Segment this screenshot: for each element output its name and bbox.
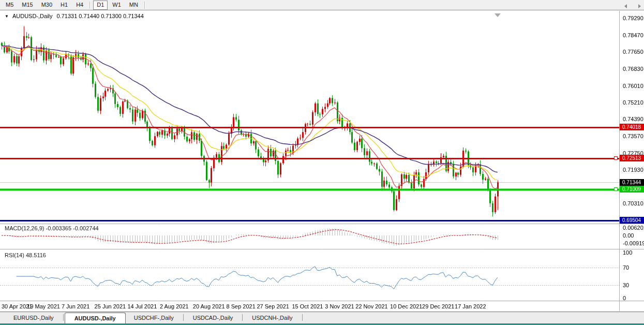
date-axis-label: 14 Jul 2021	[127, 303, 157, 309]
timeframe-button-h1[interactable]: H1	[57, 1, 71, 10]
price-axis-label: 0.71930	[623, 167, 643, 173]
rsi-axis-label: 100	[623, 249, 632, 256]
toolbar-separator	[89, 2, 91, 9]
date-axis-label: 20 Aug 2021	[193, 303, 225, 309]
rsi-indicator-label: RSI(14) 48.5116	[5, 252, 46, 258]
date-axis-label: 7 Jun 2021	[62, 303, 89, 309]
price-axis-label: 0.77650	[623, 49, 643, 55]
price-axis-label: 0.75210	[623, 99, 643, 106]
chart-title: ▼AUDUSD-,Daily0.71331 0.71440 0.71300 0.…	[5, 13, 144, 19]
date-axis-label: 8 Sep 2021	[227, 303, 256, 309]
timeframe-button-m30[interactable]: M30	[38, 1, 56, 10]
timeframe-button-w1[interactable]: W1	[109, 1, 125, 10]
timeframe-button-mn[interactable]: MN	[126, 1, 142, 10]
date-axis-label: 25 Jun 2021	[95, 303, 126, 309]
timeframe-button-m15[interactable]: M15	[18, 1, 36, 10]
tab-separator	[63, 314, 64, 321]
rsi-value: 48.5116	[26, 252, 46, 258]
chart-dropdown-icon[interactable]: ▼	[5, 14, 9, 19]
tab-separator	[302, 314, 303, 321]
rsi-name: RSI(14)	[5, 252, 24, 258]
rsi-axis-label: 30	[623, 282, 629, 288]
timeframe-button-d1[interactable]: D1	[93, 1, 108, 10]
rsi-axis-label: 0	[623, 295, 626, 301]
date-axis-label: 10 Dec 2021	[390, 303, 422, 309]
price-axis-label: 0.73570	[623, 133, 643, 139]
price-badge-0.69504[interactable]: 0.69504	[620, 217, 644, 224]
date-axis-label: 29 Dec 2021	[422, 303, 454, 309]
tab-separator	[183, 314, 184, 321]
timeframe-button-m5[interactable]: M5	[2, 1, 17, 10]
toolbar-separator	[144, 2, 145, 9]
rsi-axis-label: 70	[623, 264, 629, 271]
price-axis-label: 0.78470	[623, 32, 643, 38]
tab-usdchf[interactable]: USDCHF-,Daily	[126, 313, 182, 323]
tab-scroll-right-icon[interactable]	[638, 4, 641, 8]
price-axis-label: 0.70310	[623, 200, 643, 206]
mt4-terminal: { "toolbar": { "timeframes": [ {"label":…	[0, 0, 644, 325]
line-drag-handle[interactable]	[614, 187, 618, 191]
price-axis-label: 0.79290	[623, 15, 643, 21]
symbol-tab-bar: EURUSD-,DailyAUDUSD-,DailyUSDCHF-,DailyU…	[0, 312, 644, 323]
timeframe-toolbar: M5M15M30H1H4D1W1MN	[0, 0, 644, 10]
price-badge-0.72513[interactable]: 0.72513	[620, 155, 644, 161]
date-axis-label: 15 Oct 2021	[292, 303, 323, 309]
price-badge-0.74018[interactable]: 0.74018	[620, 124, 644, 130]
date-axis-label: 3 Nov 2021	[325, 303, 354, 309]
tab-separator	[242, 314, 243, 321]
price-badge-0.71344: 0.71344	[620, 179, 644, 186]
date-axis-label: 19 May 2021	[27, 303, 60, 309]
tab-usdcnh[interactable]: USDCNH-,Daily	[244, 313, 301, 323]
price-axis-label: 0.76830	[623, 66, 643, 72]
date-axis-label: 2 Aug 2021	[160, 303, 189, 309]
macd-values: -0.003365 -0.002744	[46, 225, 98, 231]
tab-usdcad[interactable]: USDCAD-,Daily	[185, 313, 242, 323]
line-drag-handle[interactable]	[614, 156, 618, 160]
timeframe-button-h4[interactable]: H4	[72, 1, 87, 10]
date-axis-label: 17 Jan 2022	[455, 303, 486, 309]
price-axis-label: 0.76010	[623, 83, 643, 89]
macd-name: MACD(12,26,9)	[5, 225, 44, 231]
tab-scroll-left-icon[interactable]	[624, 4, 627, 8]
price-badge-0.71009[interactable]: 0.71009	[620, 186, 644, 193]
date-axis-label: 22 Nov 2021	[355, 303, 387, 309]
macd-axis-label: 0.00	[623, 232, 634, 239]
chart-symbol-label: AUDUSD-,Daily	[12, 13, 53, 19]
chart-canvas[interactable]	[0, 0, 644, 325]
macd-axis-label: 0.006201	[623, 225, 644, 231]
macd-indicator-label: MACD(12,26,9) -0.003365 -0.002744	[5, 225, 99, 231]
tab-audusd[interactable]: AUDUSD-,Daily	[65, 313, 126, 324]
price-axis-label: 0.74390	[623, 116, 643, 122]
chart-shift-marker-icon	[495, 13, 501, 17]
tab-eurusd[interactable]: EURUSD-,Daily	[5, 313, 62, 323]
date-axis-label: 27 Sep 2021	[257, 303, 289, 309]
chart-ohlc-values: 0.71331 0.71440 0.71300 0.71344	[57, 13, 144, 19]
macd-axis-label: -0.009197	[623, 240, 644, 246]
